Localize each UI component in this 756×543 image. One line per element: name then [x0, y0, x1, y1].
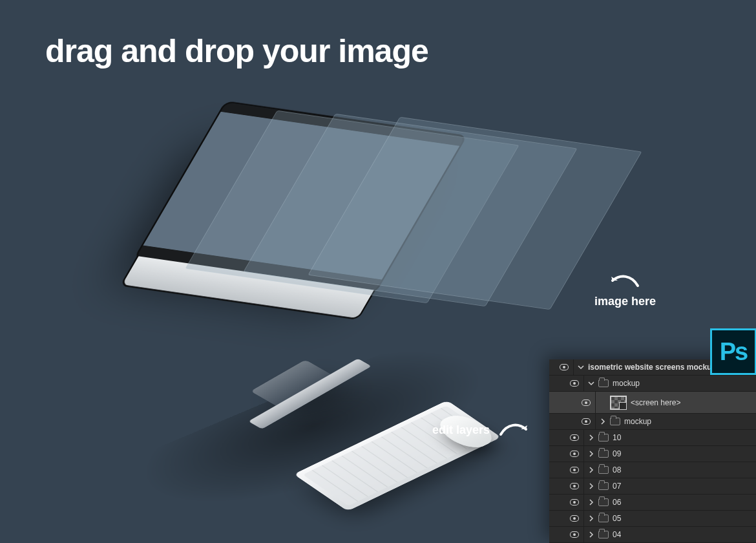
folder-icon [610, 418, 620, 425]
layer-label: 05 [613, 514, 621, 523]
smart-object-icon [610, 396, 627, 410]
chevron-right-icon[interactable] [588, 451, 594, 457]
folder-icon [598, 450, 609, 458]
visibility-toggle[interactable] [565, 376, 584, 391]
arrow-left-curved-icon [609, 272, 641, 291]
visibility-toggle[interactable] [565, 478, 584, 494]
eye-icon [570, 483, 579, 489]
page-headline: drag and drop your image [45, 32, 428, 70]
layer-row[interactable]: 04 [549, 527, 756, 543]
layer-label: isometric website screens mockup [588, 363, 717, 372]
callout-edit-layers: edit layers [432, 420, 530, 440]
layer-row[interactable]: <screen here> [549, 392, 756, 414]
imac-display [134, 101, 468, 293]
photoshop-badge-label: Ps [720, 338, 747, 366]
eye-icon [570, 499, 579, 506]
callout-image-here: image here [594, 272, 656, 308]
callout-edit-layers-label: edit layers [432, 423, 490, 437]
chevron-right-icon[interactable] [600, 418, 606, 425]
twisty-spacer [600, 399, 606, 406]
visibility-toggle[interactable] [565, 511, 584, 526]
chevron-right-icon[interactable] [588, 483, 594, 489]
folder-icon [598, 515, 609, 522]
folder-icon [598, 498, 609, 506]
visibility-toggle[interactable] [565, 527, 584, 542]
chevron-right-icon[interactable] [588, 467, 594, 473]
photoshop-badge: Ps [710, 328, 756, 375]
folder-icon [598, 434, 609, 442]
layer-label: 10 [613, 433, 621, 442]
chevron-down-icon[interactable] [588, 380, 594, 387]
layer-label: mockup [613, 379, 640, 388]
layer-row[interactable]: 07 [549, 478, 756, 495]
layer-row[interactable]: 08 [549, 462, 756, 478]
chevron-right-icon[interactable] [588, 531, 594, 538]
visibility-toggle[interactable] [565, 446, 584, 462]
layer-row[interactable]: mockup [549, 414, 756, 430]
chevron-right-icon[interactable] [588, 499, 594, 506]
floating-pane-2 [244, 114, 578, 306]
layer-row[interactable]: 09 [549, 446, 756, 462]
chevron-down-icon[interactable] [578, 364, 584, 370]
visibility-toggle[interactable] [565, 462, 584, 478]
eye-icon [560, 364, 569, 370]
layer-row[interactable]: 06 [549, 495, 756, 511]
layer-row[interactable]: 05 [549, 511, 756, 527]
chevron-right-icon[interactable] [588, 434, 594, 441]
eye-icon [570, 434, 579, 441]
chevron-right-icon[interactable] [588, 515, 594, 522]
visibility-toggle[interactable] [554, 359, 574, 375]
layers-panel[interactable]: isometric website screens mockupmockup<s… [549, 359, 756, 543]
layer-label: 08 [613, 465, 621, 474]
layer-label: 07 [613, 482, 621, 491]
visibility-toggle[interactable] [576, 414, 596, 429]
floating-pane-1 [185, 111, 520, 303]
visibility-toggle[interactable] [565, 495, 584, 510]
visibility-toggle[interactable] [576, 392, 596, 413]
layer-label: mockup [624, 417, 651, 426]
folder-icon [598, 466, 609, 474]
eye-icon [570, 467, 579, 473]
layer-label: 06 [613, 498, 621, 507]
floating-pane-3 [308, 117, 642, 310]
layer-row[interactable]: 10 [549, 430, 756, 446]
layer-row[interactable]: mockup [549, 376, 756, 392]
arrow-right-curved-icon [498, 420, 530, 440]
callout-image-here-label: image here [594, 295, 656, 308]
layer-label: <screen here> [631, 398, 680, 407]
keyboard [293, 400, 501, 511]
folder-icon [598, 482, 609, 490]
folder-icon [598, 531, 609, 538]
eye-icon [570, 515, 579, 522]
visibility-toggle[interactable] [565, 430, 584, 445]
eye-icon [582, 399, 591, 406]
eye-icon [570, 380, 579, 387]
imac-stand [251, 359, 337, 409]
folder-icon [598, 379, 609, 387]
eye-icon [570, 451, 579, 457]
eye-icon [582, 418, 591, 425]
layer-label: 04 [613, 530, 621, 539]
eye-icon [570, 531, 579, 538]
layer-label: 09 [613, 449, 621, 458]
